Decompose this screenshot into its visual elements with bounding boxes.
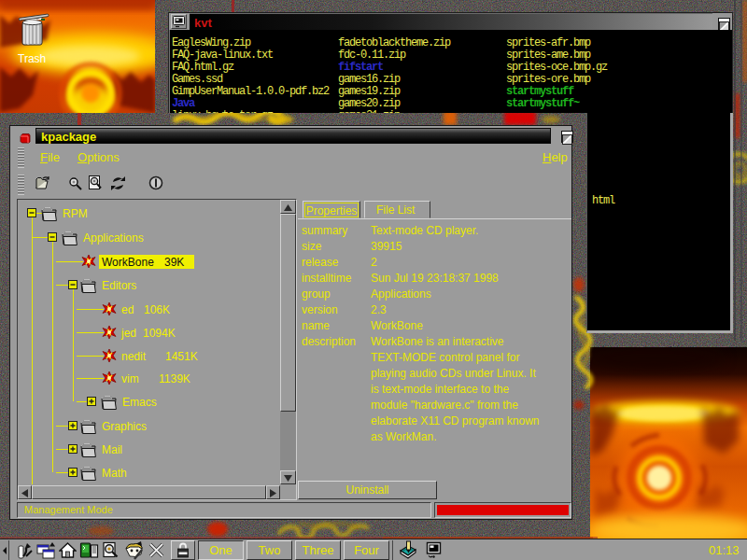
svg-text:1451K: 1451K xyxy=(165,350,198,363)
svg-text:nedit: nedit xyxy=(121,350,147,363)
svg-text:WorkBone: WorkBone xyxy=(102,256,154,269)
svg-text:39K: 39K xyxy=(164,256,184,269)
svg-text:Editors: Editors xyxy=(102,279,136,292)
svg-text:1139K: 1139K xyxy=(159,372,190,385)
svg-text:Emacs: Emacs xyxy=(122,396,157,409)
svg-text:jed: jed xyxy=(120,327,136,340)
svg-text:Mail: Mail xyxy=(102,443,122,456)
svg-text:ed: ed xyxy=(121,303,134,316)
svg-text:Graphics: Graphics xyxy=(102,420,147,433)
svg-text:vim: vim xyxy=(121,372,139,385)
svg-text:1094K: 1094K xyxy=(143,327,176,340)
svg-text:Math: Math xyxy=(102,467,127,480)
svg-text:106K: 106K xyxy=(144,303,170,316)
svg-text:Applications: Applications xyxy=(83,231,144,245)
svg-text:RPM: RPM xyxy=(63,207,88,220)
